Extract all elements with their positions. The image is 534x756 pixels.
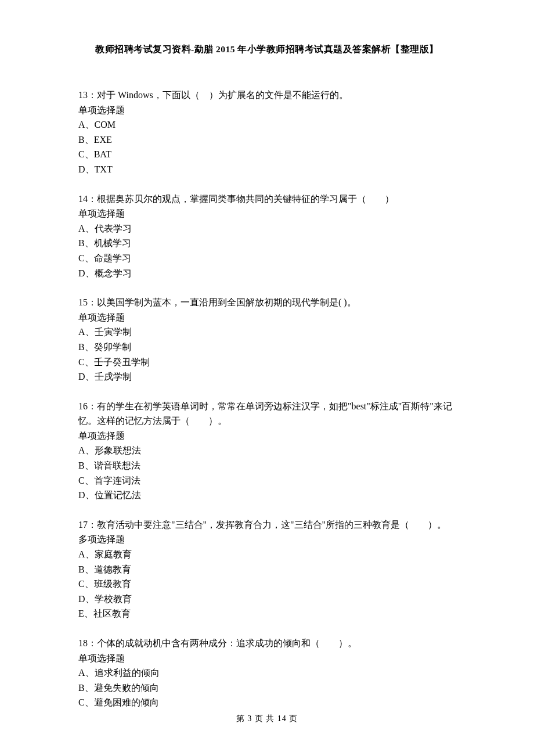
option-c: C、避免困难的倾向 <box>78 695 456 710</box>
option-b: B、癸卯学制 <box>78 340 456 355</box>
question-type: 单项选择题 <box>78 103 456 118</box>
option-a: A、家庭教育 <box>78 547 456 562</box>
option-c: C、BAT <box>78 147 456 162</box>
question-text: 13：对于 Windows，下面以（ ）为扩展名的文件是不能运行的。 <box>78 88 456 103</box>
option-d: D、TXT <box>78 162 456 177</box>
option-a: A、形象联想法 <box>78 443 456 458</box>
option-c: C、班级教育 <box>78 577 456 592</box>
question-text: 14：根据奥苏贝尔的观点，掌握同类事物共同的关键特征的学习属于（ ） <box>78 192 456 207</box>
option-a: A、追求利益的倾向 <box>78 665 456 681</box>
option-a: A、COM <box>78 117 456 132</box>
option-a: A、壬寅学制 <box>78 325 456 340</box>
option-d: D、位置记忆法 <box>78 488 456 503</box>
option-e: E、社区教育 <box>78 606 456 621</box>
option-d: D、壬戌学制 <box>78 369 456 384</box>
question-18: 18：个体的成就动机中含有两种成分：追求成功的倾向和（ ）。 单项选择题 A、追… <box>78 636 456 710</box>
question-text: 17：教育活动中要注意"三结合"，发挥教育合力，这"三结合"所指的三种教育是（ … <box>78 517 456 532</box>
option-b: B、避免失败的倾向 <box>78 681 456 696</box>
question-type: 单项选择题 <box>78 429 456 444</box>
question-type: 单项选择题 <box>78 310 456 325</box>
option-b: B、机械学习 <box>78 236 456 251</box>
option-c: C、首字连词法 <box>78 473 456 488</box>
page-footer: 第 3 页 共 14 页 <box>0 714 534 724</box>
question-14: 14：根据奥苏贝尔的观点，掌握同类事物共同的关键特征的学习属于（ ） 单项选择题… <box>78 192 456 281</box>
option-a: A、代表学习 <box>78 221 456 236</box>
question-17: 17：教育活动中要注意"三结合"，发挥教育合力，这"三结合"所指的三种教育是（ … <box>78 517 456 621</box>
question-text: 18：个体的成就动机中含有两种成分：追求成功的倾向和（ ）。 <box>78 636 456 651</box>
question-13: 13：对于 Windows，下面以（ ）为扩展名的文件是不能运行的。 单项选择题… <box>78 88 456 177</box>
option-b: B、谐音联想法 <box>78 458 456 473</box>
question-text: 15：以美国学制为蓝本，一直沿用到全国解放初期的现代学制是( )。 <box>78 295 456 310</box>
option-d: D、概念学习 <box>78 266 456 281</box>
option-c: C、壬子癸丑学制 <box>78 355 456 370</box>
question-type: 单项选择题 <box>78 206 456 221</box>
question-15: 15：以美国学制为蓝本，一直沿用到全国解放初期的现代学制是( )。 单项选择题 … <box>78 295 456 384</box>
question-16: 16：有的学生在初学英语单词时，常常在单词旁边标注汉字，如把"best"标注成"… <box>78 399 456 503</box>
option-d: D、学校教育 <box>78 592 456 607</box>
question-text: 16：有的学生在初学英语单词时，常常在单词旁边标注汉字，如把"best"标注成"… <box>78 399 456 429</box>
option-b: B、道德教育 <box>78 562 456 577</box>
option-b: B、EXE <box>78 132 456 147</box>
question-type: 多项选择题 <box>78 532 456 547</box>
question-type: 单项选择题 <box>78 651 456 666</box>
option-c: C、命题学习 <box>78 251 456 266</box>
page-header: 教师招聘考试复习资料-勐腊 2015 年小学教师招聘考试真题及答案解析【整理版】 <box>78 44 456 56</box>
